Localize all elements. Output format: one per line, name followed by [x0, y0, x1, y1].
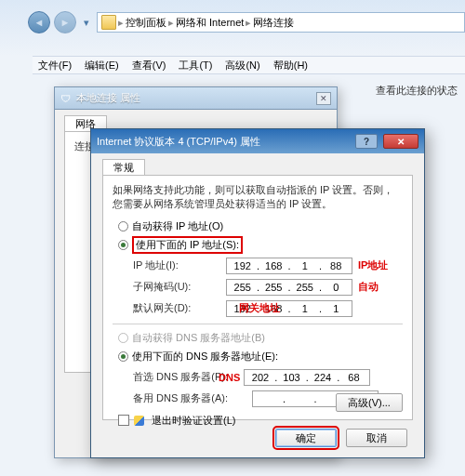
radio-manual-ip-label: 使用下面的 IP 地址(S): [136, 239, 239, 250]
menu-advanced[interactable]: 高级(N) [225, 59, 259, 73]
dlg2-body: 常规 如果网络支持此功能，则可以获取自动指派的 IP 设置。否则，您需要从网络系… [91, 153, 424, 457]
crumb-network-connections[interactable]: 网络连接 [253, 16, 294, 30]
separator [113, 324, 403, 324]
description-text: 如果网络支持此功能，则可以获取自动指派的 IP 设置。否则，您需要从网络系统管理… [113, 183, 403, 211]
radio-icon-disabled [118, 333, 128, 343]
subnet-mask-input[interactable]: 255. 255. 255. 0 [226, 279, 352, 296]
crumb-control-panel[interactable]: 控制面板 [126, 16, 166, 30]
adapter-icon: 🛡 [60, 93, 71, 104]
ip-address-label: IP 地址(I): [133, 258, 226, 272]
status-hint: 查看此连接的状态 [376, 84, 458, 98]
highlight-manual-ip: 使用下面的 IP 地址(S): [132, 236, 243, 254]
ok-button[interactable]: 确定 [275, 429, 337, 447]
chevron-right-icon: ▸ [118, 17, 124, 29]
history-dropdown[interactable]: ▾ [80, 11, 93, 33]
advanced-button[interactable]: 高级(V)... [336, 393, 403, 412]
preferred-dns-input[interactable]: 202. 103. 224. 68 [244, 369, 370, 386]
folder-icon [101, 15, 116, 30]
radio-manual-ip[interactable]: 使用下面的 IP 地址(S): [118, 237, 403, 254]
dlg2-title-text: Internet 协议版本 4 (TCP/IPv4) 属性 [97, 135, 260, 149]
forward-button[interactable]: ► [54, 11, 76, 33]
radio-icon-selected [118, 351, 128, 362]
menu-edit[interactable]: 编辑(E) [85, 59, 119, 73]
radio-icon-selected [118, 240, 128, 250]
back-button[interactable]: ◄ [28, 11, 50, 33]
menu-bar: 文件(F) 编辑(E) 查看(V) 工具(T) 高级(N) 帮助(H) [33, 56, 465, 74]
radio-auto-dns-label: 自动获得 DNS 服务器地址(B) [132, 331, 265, 345]
nav-bar: ◄ ► ▾ ▸ 控制面板 ▸ 网络和 Internet ▸ 网络连接 [28, 9, 465, 35]
breadcrumb[interactable]: ▸ 控制面板 ▸ 网络和 Internet ▸ 网络连接 [97, 12, 465, 33]
annotation-auto: 自动 [358, 280, 379, 294]
general-panel: 如果网络支持此功能，则可以获取自动指派的 IP 设置。否则，您需要从网络系统管理… [102, 175, 413, 420]
radio-icon [118, 221, 128, 231]
shield-icon [134, 416, 144, 426]
subnet-mask-label: 子网掩码(U): [133, 280, 226, 294]
dlg2-titlebar[interactable]: Internet 协议版本 4 (TCP/IPv4) 属性 ? ✕ [91, 129, 424, 153]
radio-auto-ip[interactable]: 自动获得 IP 地址(O) [118, 218, 403, 235]
help-button[interactable]: ? [355, 134, 378, 149]
annotation-dns: DNS [219, 372, 240, 383]
cancel-button[interactable]: 取消 [346, 429, 407, 447]
menu-help[interactable]: 帮助(H) [273, 59, 308, 73]
chevron-right-icon: ▸ [168, 17, 174, 29]
close-button[interactable]: ✕ [383, 134, 418, 149]
menu-view[interactable]: 查看(V) [132, 59, 166, 73]
tab-general[interactable]: 常规 [102, 159, 145, 176]
radio-manual-dns[interactable]: 使用下面的 DNS 服务器地址(E): [118, 349, 403, 365]
menu-tools[interactable]: 工具(T) [179, 59, 212, 73]
radio-manual-dns-label: 使用下面的 DNS 服务器地址(E): [132, 350, 278, 364]
menu-file[interactable]: 文件(F) [38, 59, 72, 73]
radio-auto-ip-label: 自动获得 IP 地址(O) [132, 219, 223, 233]
dialog-button-row: 确定 取消 [91, 426, 424, 450]
alternate-dns-label: 备用 DNS 服务器(A): [133, 391, 241, 405]
radio-auto-dns: 自动获得 DNS 服务器地址(B) [118, 330, 403, 347]
default-gateway-label: 默认网关(D): [133, 301, 226, 315]
annotation-gateway: 网关地址 [239, 301, 280, 315]
chevron-right-icon: ▸ [246, 17, 251, 29]
dlg1-titlebar[interactable]: 🛡 本地连接 属性 ✕ [55, 87, 337, 110]
dlg1-title-text: 本地连接 属性 [76, 91, 140, 105]
close-icon[interactable]: ✕ [316, 92, 331, 105]
explorer-window: ◄ ► ▾ ▸ 控制面板 ▸ 网络和 Internet ▸ 网络连接 文件(F)… [0, 0, 465, 476]
crumb-network-internet[interactable]: 网络和 Internet [176, 16, 244, 30]
ip-address-input[interactable]: 192. 168. 1. 88 [226, 258, 352, 274]
checkbox-icon [118, 415, 129, 426]
annotation-ip: IP地址 [358, 258, 388, 272]
ipv4-properties-dialog: Internet 协议版本 4 (TCP/IPv4) 属性 ? ✕ 常规 如果网… [90, 128, 425, 458]
